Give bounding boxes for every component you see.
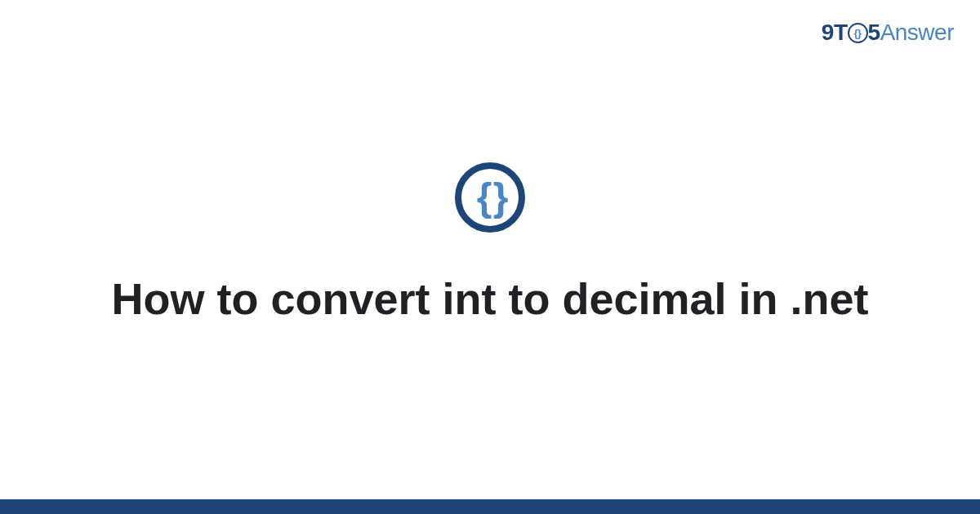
main-content: { } How to convert int to decimal in .ne… <box>0 0 980 514</box>
page-title: How to convert int to decimal in .net <box>111 272 868 327</box>
braces-icon: { } <box>477 178 504 217</box>
footer-accent-bar <box>0 499 980 514</box>
category-icon: { } <box>455 162 525 233</box>
